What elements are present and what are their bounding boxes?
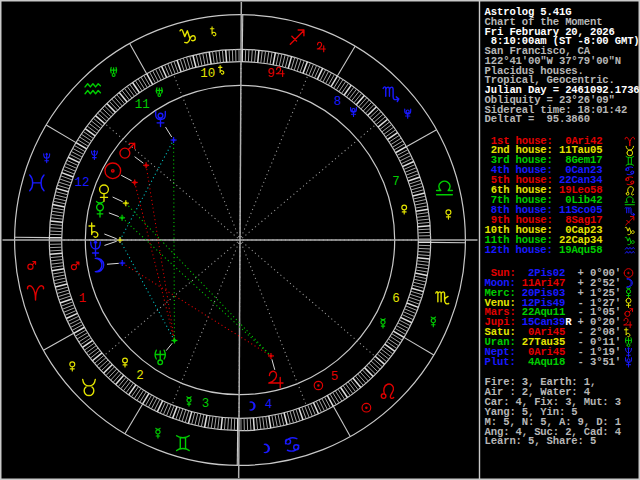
svg-text:11: 11 — [135, 98, 150, 112]
svg-text:10: 10 — [200, 67, 215, 81]
svg-text:Learn: 5, Share: 5: Learn: 5, Share: 5 — [485, 435, 597, 447]
svg-text:7: 7 — [392, 175, 400, 189]
svg-text:Plut:: Plut: — [485, 356, 516, 368]
svg-text:R: R — [565, 316, 572, 328]
svg-text:3: 3 — [202, 397, 210, 411]
svg-text:4Aqu18: 4Aqu18 — [522, 356, 565, 368]
svg-text:12th house:: 12th house: — [485, 244, 553, 256]
svg-text:1: 1 — [79, 292, 87, 306]
svg-text:DeltaT = 95.3860: DeltaT = 95.3860 — [485, 113, 590, 125]
svg-text:19Aqu58: 19Aqu58 — [553, 244, 603, 256]
svg-text:5: 5 — [331, 370, 339, 384]
svg-text:6: 6 — [392, 292, 400, 306]
svg-text:2: 2 — [136, 369, 144, 383]
svg-text:- 3°51': - 3°51' — [578, 356, 621, 368]
svg-text:8: 8 — [334, 95, 342, 109]
svg-text:4: 4 — [265, 398, 273, 412]
svg-text:9: 9 — [267, 67, 275, 81]
svg-text:12: 12 — [74, 176, 89, 190]
